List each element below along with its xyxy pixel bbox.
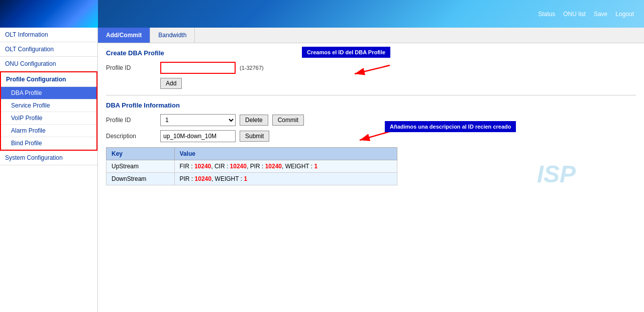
- status-link[interactable]: Status: [538, 11, 555, 18]
- sidebar-item-olt-information[interactable]: OLT Information: [0, 28, 97, 42]
- sidebar: OLT Information OLT Configuration ONU Co…: [0, 28, 98, 312]
- logout-link[interactable]: Logout: [615, 11, 634, 18]
- tab-bandwidth[interactable]: Bandwidth: [150, 28, 195, 43]
- create-profile-id-label: Profile ID: [106, 64, 156, 71]
- profile-id-select[interactable]: 1: [160, 114, 236, 126]
- description-row-container: Description Submit Añadimo: [106, 130, 636, 142]
- sidebar-item-profile-configuration[interactable]: Profile Configuration: [1, 72, 96, 87]
- header-nav: Status ONU list Save Logout: [538, 11, 634, 18]
- sidebar-item-system-configuration[interactable]: System Configuration: [0, 151, 97, 165]
- delete-button[interactable]: Delete: [240, 115, 268, 126]
- callout2-box: Añadimos una descripcion al ID recien cr…: [385, 121, 516, 132]
- description-input[interactable]: [160, 130, 236, 142]
- sidebar-item-voip-profile[interactable]: VoIP Profile: [1, 112, 96, 125]
- callout1-container: Creamos el ID del DBA Profile: [262, 47, 390, 58]
- add-button-row: Add: [106, 78, 636, 89]
- sidebar-item-service-profile[interactable]: Service Profile: [1, 99, 96, 112]
- sidebar-item-bind-profile[interactable]: Bind Profile: [1, 137, 96, 150]
- header: Status ONU list Save Logout: [0, 0, 644, 28]
- callout1-box: Creamos el ID del DBA Profile: [302, 47, 390, 58]
- profile-id-hint: (1-32767): [240, 65, 264, 71]
- svg-line-1: [355, 65, 390, 74]
- table-header-value: Value: [174, 148, 397, 160]
- commit-button[interactable]: Commit: [272, 115, 304, 126]
- table-row: DownStream PIR : 10240, WEIGHT : 1: [106, 173, 397, 185]
- create-profile-id-input[interactable]: [160, 62, 236, 74]
- dba-info-table: Key Value UpStream FIR : 10240, CIR : 10…: [106, 147, 397, 185]
- arrow1: [352, 63, 392, 79]
- main-content: Add/Commit Bandwidth Create DBA Profile …: [98, 28, 644, 312]
- submit-button[interactable]: Submit: [240, 131, 269, 142]
- tab-bar: Add/Commit Bandwidth: [98, 28, 644, 43]
- table-row: UpStream FIR : 10240, CIR : 10240, PIR :…: [106, 160, 397, 173]
- upstream-key: UpStream: [106, 160, 175, 173]
- info-section-title: DBA Profile Information: [106, 101, 636, 109]
- downstream-value: PIR : 10240, WEIGHT : 1: [174, 173, 397, 185]
- description-label: Description: [106, 133, 156, 140]
- info-profile-id-label: Profile ID: [106, 117, 156, 124]
- add-button[interactable]: Add: [160, 78, 182, 89]
- onu-list-link[interactable]: ONU list: [563, 11, 586, 18]
- sidebar-item-alarm-profile[interactable]: Alarm Profile: [1, 125, 96, 137]
- info-profile-id-row: Profile ID 1 Delete Commit: [106, 114, 636, 126]
- section-divider: [106, 95, 636, 95]
- upstream-value: FIR : 10240, CIR : 10240, PIR : 10240, W…: [174, 160, 397, 173]
- header-logo-area: [0, 0, 98, 28]
- sidebar-item-dba-profile[interactable]: DBA Profile: [1, 87, 96, 99]
- save-link[interactable]: Save: [594, 11, 607, 18]
- content-area: Create DBA Profile Profile ID (1-32767) …: [98, 43, 644, 196]
- main-layout: OLT Information OLT Configuration ONU Co…: [0, 28, 644, 312]
- sidebar-item-onu-configuration[interactable]: ONU Configuration: [0, 57, 97, 71]
- downstream-key: DownStream: [106, 173, 175, 185]
- sidebar-item-olt-configuration[interactable]: OLT Configuration: [0, 42, 97, 57]
- profile-configuration-section: Profile Configuration DBA Profile Servic…: [0, 71, 97, 151]
- tab-add-commit[interactable]: Add/Commit: [98, 28, 150, 43]
- table-header-key: Key: [106, 148, 175, 160]
- create-profile-id-row: Profile ID (1-32767) Creamos el ID del D…: [106, 62, 636, 74]
- watermark-text: ISP: [537, 160, 576, 188]
